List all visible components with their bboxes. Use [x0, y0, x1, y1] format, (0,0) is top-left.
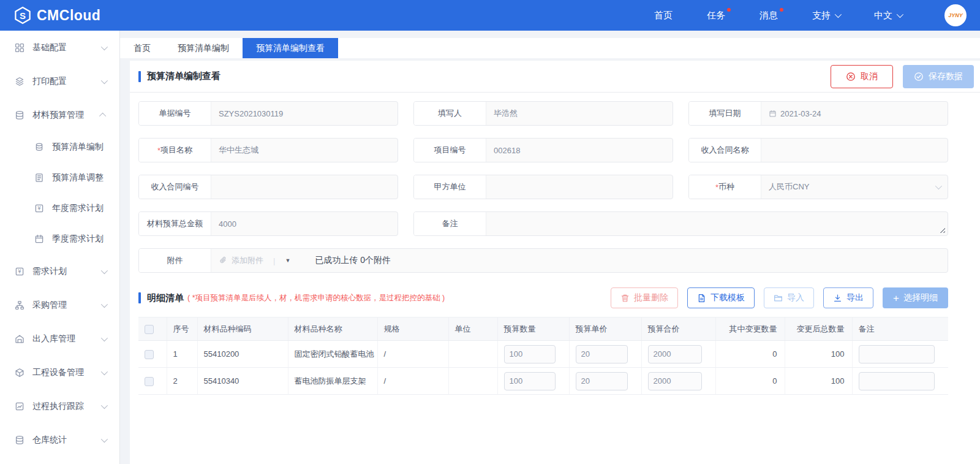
top-header: S CMCloud 首页 任务 消息 支持 中文 JYNY	[0, 0, 980, 31]
budget-price-input[interactable]	[576, 345, 628, 363]
cancel-button[interactable]: 取消	[831, 65, 893, 88]
cell-spec: /	[377, 341, 448, 368]
cell-unit	[448, 368, 497, 395]
budget-qty-input[interactable]	[504, 372, 556, 390]
row-checkbox[interactable]	[145, 377, 154, 386]
field-label: 填写日期	[689, 102, 761, 125]
detail-table-wrap: 序号 材料品种编码 材料品种名称 规格 单位 预算数量 预算单价 预算合价 其中…	[138, 317, 948, 395]
trash-icon	[620, 294, 630, 303]
save-data-button[interactable]: 保存数据	[903, 65, 974, 88]
remark-input[interactable]	[859, 345, 935, 363]
import-button[interactable]: 导入	[764, 287, 814, 308]
budget-total-input[interactable]	[648, 372, 702, 390]
cell-changed-qty: 0	[715, 368, 785, 395]
row-checkbox[interactable]	[145, 350, 154, 359]
nav-messages[interactable]: 消息	[760, 10, 778, 21]
document-icon	[697, 294, 706, 303]
paperclip-icon	[219, 256, 227, 265]
field-remark: 备注	[413, 211, 948, 236]
svg-text:S: S	[20, 10, 26, 21]
export-button[interactable]: 导出	[823, 287, 873, 308]
doc-number-value[interactable]: SZYS2021030119	[211, 102, 398, 125]
add-attachment-button[interactable]: 添加附件	[219, 255, 263, 266]
income-contract-name-value[interactable]	[761, 139, 948, 162]
field-label: 甲方单位	[414, 175, 486, 199]
sidebar-item-budget-list-edit[interactable]: 预算清单编制	[0, 132, 119, 162]
grid-icon	[15, 43, 24, 53]
project-code-value[interactable]: 002618	[486, 139, 673, 162]
attachment-area: 添加附件 | ▼ 已成功上传 0个附件	[211, 249, 948, 272]
sidebar-item-demand-plan[interactable]: ¥ 需求计划	[0, 254, 119, 288]
filler-value[interactable]: 毕浩然	[486, 102, 673, 125]
title-accent-bar	[138, 71, 141, 82]
sidebar-item-equipment[interactable]: 工程设备管理	[0, 356, 119, 389]
sidebar-item-material-budget[interactable]: 材料预算管理	[0, 98, 119, 132]
batch-delete-button[interactable]: 批量删除	[611, 287, 678, 308]
field-label: 单据编号	[139, 102, 211, 125]
income-contract-code-value[interactable]	[211, 175, 398, 199]
field-attachment: 附件 添加附件 | ▼ 已成功上传 0个附件	[138, 248, 948, 273]
currency-select[interactable]: 人民币CNY	[761, 175, 948, 199]
notification-dot	[727, 8, 731, 12]
field-label: 收入合同名称	[689, 139, 761, 162]
remark-input[interactable]	[859, 372, 935, 390]
cell-seq: 1	[167, 341, 197, 368]
detail-section-title: 明细清单	[147, 292, 184, 304]
chart-doc-icon	[15, 401, 24, 411]
project-name-value[interactable]: 华中生态城	[211, 139, 398, 162]
nav-language[interactable]: 中文	[874, 10, 902, 21]
table-row: 2 55410340 蓄电池防振单层支架 / 0 100	[138, 368, 948, 395]
budget-qty-input[interactable]	[504, 345, 556, 363]
download-template-button[interactable]: 下载模板	[687, 287, 755, 308]
org-chart-icon	[15, 300, 24, 310]
col-material-code: 材料品种编码	[197, 318, 288, 341]
select-all-checkbox[interactable]	[145, 325, 154, 334]
sidebar-item-basic-config[interactable]: 基础配置	[0, 31, 119, 64]
col-material-name: 材料品种名称	[288, 318, 377, 341]
main-area: 首页 预算清单编制 预算清单编制查看 预算清单编制查看 取消 保存数据	[120, 31, 980, 464]
divider: |	[273, 256, 275, 265]
sidebar-item-procurement[interactable]: 采购管理	[0, 288, 119, 322]
field-filler: 填写人 毕浩然	[413, 101, 673, 126]
tab-home[interactable]: 首页	[120, 38, 164, 58]
field-label: 项目编号	[414, 139, 486, 162]
sidebar-item-print-config[interactable]: 打印配置	[0, 64, 119, 98]
chevron-down-icon	[101, 368, 108, 375]
sidebar-item-process-tracking[interactable]: 过程执行跟踪	[0, 389, 119, 423]
budget-price-input[interactable]	[576, 372, 628, 390]
user-avatar[interactable]: JYNY	[944, 4, 967, 26]
nav-tasks[interactable]: 任务	[707, 10, 725, 21]
sidebar-item-quarterly-demand-plan[interactable]: 季度需求计划	[0, 224, 119, 254]
chevron-down-icon	[101, 435, 108, 442]
nav-support[interactable]: 支持	[812, 10, 840, 21]
sidebar-item-inout-warehouse[interactable]: 出入库管理	[0, 322, 119, 356]
choose-detail-button[interactable]: + 选择明细	[883, 287, 948, 308]
col-spec: 规格	[377, 318, 448, 341]
sidebar-item-budget-list-adjust[interactable]: 预算清单调整	[0, 162, 119, 193]
chevron-down-icon	[101, 300, 108, 307]
field-total-budget: 材料预算总金额 4000	[138, 211, 398, 236]
remark-textarea[interactable]	[486, 212, 948, 235]
field-project-name: 项目名称 华中生态城	[138, 138, 398, 162]
chevron-up-icon	[99, 112, 106, 119]
resize-handle[interactable]	[938, 226, 945, 233]
database-icon	[15, 435, 24, 445]
cube-icon	[15, 368, 24, 378]
fill-date-value[interactable]: 2021-03-24	[761, 102, 948, 125]
yen-doc-icon: ¥	[34, 203, 44, 213]
table-header-row: 序号 材料品种编码 材料品种名称 规格 单位 预算数量 预算单价 预算合价 其中…	[138, 318, 948, 341]
col-after-total-qty: 变更后总数量	[785, 318, 852, 341]
sidebar-item-warehouse-stats[interactable]: 仓库统计	[0, 423, 119, 457]
tab-budget-list-edit-view[interactable]: 预算清单编制查看	[243, 38, 338, 58]
app-logo[interactable]: S CMCloud	[13, 6, 100, 25]
party-a-value[interactable]	[486, 175, 673, 199]
attachment-dropdown-caret[interactable]: ▼	[285, 257, 290, 264]
chevron-down-icon	[101, 334, 108, 341]
budget-total-input[interactable]	[648, 345, 702, 363]
nav-home[interactable]: 首页	[654, 10, 673, 21]
tab-budget-list-edit[interactable]: 预算清单编制	[164, 38, 243, 58]
field-income-contract-name: 收入合同名称	[688, 138, 948, 162]
logo-text: CMCloud	[37, 7, 100, 24]
sidebar-item-annual-demand-plan[interactable]: ¥ 年度需求计划	[0, 193, 119, 224]
total-budget-value[interactable]: 4000	[211, 212, 398, 235]
